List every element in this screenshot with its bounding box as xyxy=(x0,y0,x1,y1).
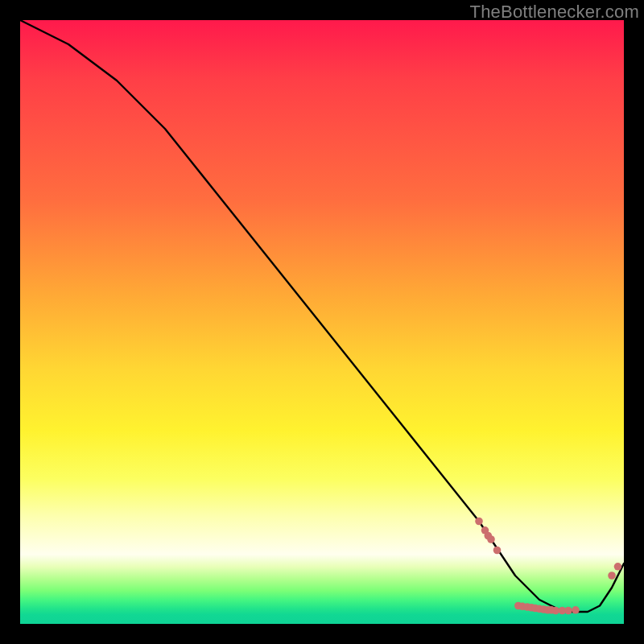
data-point xyxy=(572,606,580,614)
data-point xyxy=(552,607,560,615)
line-series-path xyxy=(20,20,624,612)
chart-frame: TheBottlenecker.com xyxy=(0,0,644,644)
data-point xyxy=(608,572,616,580)
data-point xyxy=(487,535,495,543)
chart-plot-area xyxy=(20,20,624,624)
bottleneck-curve xyxy=(20,20,624,624)
data-point xyxy=(475,518,483,526)
data-point xyxy=(614,563,622,571)
data-point-markers xyxy=(475,518,621,615)
data-point xyxy=(493,547,502,555)
data-point xyxy=(564,607,572,615)
watermark-text: TheBottlenecker.com xyxy=(470,2,639,23)
